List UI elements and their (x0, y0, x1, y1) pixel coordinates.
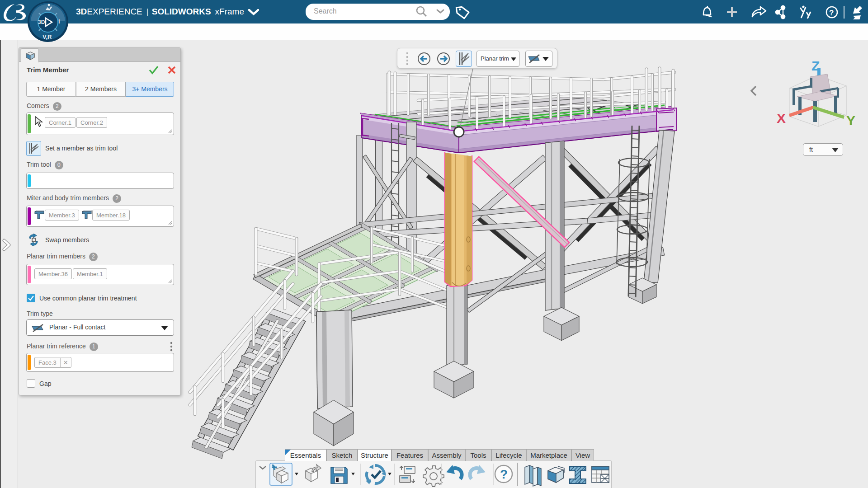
svg-text:i: i (58, 18, 60, 25)
svg-text:V,R: V,R (42, 33, 52, 40)
svg-text:Y: Y (846, 113, 855, 128)
svg-text:X: X (777, 111, 786, 126)
svg-text:?: ? (829, 9, 834, 17)
svg-text:Z: Z (811, 58, 820, 73)
svg-text:?: ? (500, 467, 508, 481)
svg-text:3D: 3D (38, 19, 45, 25)
